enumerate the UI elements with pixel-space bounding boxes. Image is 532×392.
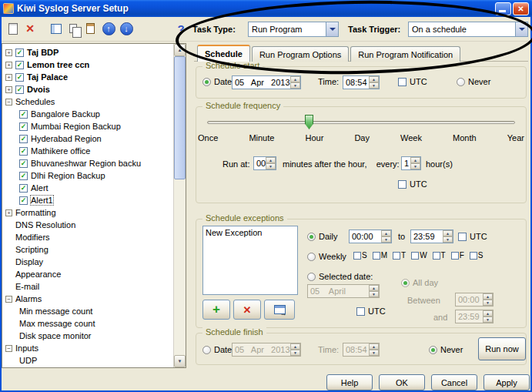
start-utc-checkbox[interactable] bbox=[398, 78, 407, 86]
between-to-field[interactable]: 23:59 ▲▼ bbox=[455, 310, 494, 323]
run-now-button[interactable]: Run now bbox=[478, 337, 526, 360]
finish-date-spinner[interactable]: ▲▼ bbox=[290, 343, 300, 356]
spin-down-icon[interactable]: ▼ bbox=[266, 163, 276, 169]
weekday-option[interactable]: S bbox=[353, 251, 367, 260]
expand-icon[interactable]: + bbox=[5, 74, 12, 81]
spin-down-icon[interactable]: ▼ bbox=[290, 350, 300, 356]
spin-up-icon[interactable]: ▲ bbox=[483, 310, 493, 317]
tree-item[interactable]: ✓Bangalore Backup bbox=[2, 108, 173, 120]
tree-item-checkbox[interactable]: ✓ bbox=[19, 172, 28, 180]
start-time-spinner[interactable]: ▲▼ bbox=[369, 76, 379, 89]
task-type-dropdown[interactable]: Run Program bbox=[248, 22, 339, 37]
move-up-button[interactable]: ↑ bbox=[100, 20, 117, 37]
tree-item-checkbox[interactable]: ✓ bbox=[15, 73, 24, 82]
apply-button[interactable]: Apply bbox=[483, 374, 530, 390]
tree-item[interactable]: ✓Mumbai Region Backup bbox=[2, 120, 173, 132]
tree-item[interactable]: +✓Lemon tree ccn bbox=[2, 59, 173, 71]
tree-item[interactable]: +Formatting bbox=[2, 206, 173, 219]
finish-time-spinner[interactable]: ▲▼ bbox=[369, 343, 379, 356]
tree-item[interactable]: +✓Taj BDP bbox=[2, 46, 173, 59]
spin-up-icon[interactable]: ▲ bbox=[369, 76, 379, 82]
tree-item[interactable]: Appearance bbox=[2, 268, 173, 280]
every-spinner[interactable]: ▲▼ bbox=[410, 157, 420, 169]
daily-from-field[interactable]: 00:00 ▲▼ bbox=[349, 230, 392, 243]
weekday-checkbox[interactable] bbox=[451, 252, 459, 260]
spin-down-icon[interactable]: ▼ bbox=[369, 82, 379, 89]
tree-item-checkbox[interactable]: ✓ bbox=[19, 147, 28, 156]
tree-item[interactable]: Display bbox=[2, 256, 173, 268]
daily-to-spinner[interactable]: ▲▼ bbox=[443, 230, 453, 243]
tree-item-checkbox[interactable]: ✓ bbox=[15, 49, 24, 57]
weekday-checkbox[interactable] bbox=[393, 252, 400, 260]
tree-item-checkbox[interactable]: ✓ bbox=[19, 135, 28, 143]
spin-down-icon[interactable]: ▼ bbox=[483, 300, 493, 306]
finish-never-radio[interactable] bbox=[429, 346, 437, 354]
start-date-spinner[interactable]: ▲▼ bbox=[290, 76, 300, 89]
between-from-spinner[interactable]: ▲▼ bbox=[483, 293, 493, 306]
daily-utc-option[interactable]: UTC bbox=[458, 232, 487, 241]
add-exception-button[interactable]: + bbox=[202, 300, 230, 320]
delete-exception-button[interactable]: ✕ bbox=[233, 300, 261, 320]
tree-item[interactable]: −Schedules bbox=[2, 95, 173, 108]
collapse-icon[interactable]: − bbox=[5, 99, 12, 106]
every-value[interactable]: 1 bbox=[402, 157, 410, 169]
run-at-spinner[interactable]: ▲▼ bbox=[266, 157, 276, 169]
between-from-field[interactable]: 00:00 ▲▼ bbox=[455, 293, 494, 307]
tree-item-checkbox[interactable]: ✓ bbox=[19, 159, 28, 168]
tree-item[interactable]: ✓Alert1 bbox=[2, 194, 173, 206]
tab-schedule[interactable]: Schedule bbox=[197, 45, 250, 62]
selected-date-field[interactable]: 05 April ▲▼ bbox=[307, 284, 380, 298]
tree-item-checkbox[interactable]: ✓ bbox=[15, 61, 24, 69]
start-date-value[interactable]: 05 Apr 2013 bbox=[233, 76, 290, 89]
frequency-utc-checkbox[interactable] bbox=[398, 180, 407, 189]
frequency-slider-track[interactable] bbox=[207, 121, 515, 124]
weekly-option[interactable]: Weekly bbox=[307, 252, 346, 261]
tree-item[interactable]: DNS Resolution bbox=[2, 219, 173, 231]
help-toolbar-button[interactable]: ? bbox=[172, 20, 189, 37]
finish-never-option[interactable]: Never bbox=[429, 345, 463, 354]
weekday-checkbox[interactable] bbox=[411, 252, 419, 260]
tree-item-checkbox[interactable]: ✓ bbox=[19, 110, 28, 119]
daily-to-field[interactable]: 23:59 ▲▼ bbox=[410, 230, 453, 243]
tree-item[interactable]: UDP bbox=[2, 354, 173, 367]
tree-scrollbar[interactable]: ▲ ▼ bbox=[173, 44, 186, 367]
weekday-checkbox[interactable] bbox=[470, 252, 477, 260]
collapse-icon[interactable]: − bbox=[5, 345, 12, 352]
tree-item[interactable]: +✓Dvois bbox=[2, 83, 173, 95]
start-time-value[interactable]: 08:54 bbox=[343, 76, 369, 89]
expand-icon[interactable]: + bbox=[5, 49, 12, 56]
spin-up-icon[interactable]: ▲ bbox=[443, 230, 453, 236]
expand-icon[interactable]: + bbox=[5, 209, 12, 216]
ok-button[interactable]: OK bbox=[379, 374, 425, 390]
run-at-value[interactable]: 00 bbox=[254, 157, 266, 169]
expand-icon[interactable]: + bbox=[5, 86, 12, 93]
start-date-radio[interactable] bbox=[202, 78, 211, 86]
selected-date-radio[interactable] bbox=[307, 273, 316, 281]
weekday-option[interactable]: S bbox=[470, 251, 483, 260]
spin-down-icon[interactable]: ▼ bbox=[369, 350, 379, 356]
move-down-button[interactable]: ↓ bbox=[118, 20, 135, 37]
tree-item-checkbox[interactable]: ✓ bbox=[15, 85, 24, 94]
between-to-spinner[interactable]: ▲▼ bbox=[483, 310, 493, 323]
tree-item-checkbox[interactable]: ✓ bbox=[19, 122, 28, 131]
frequency-utc-option[interactable]: UTC bbox=[398, 179, 427, 189]
task-trigger-dropdown[interactable]: On a schedule bbox=[408, 22, 528, 37]
all-day-radio[interactable] bbox=[401, 279, 410, 287]
daily-from-spinner[interactable]: ▲▼ bbox=[381, 230, 391, 243]
tree-item[interactable]: Disk space monitor bbox=[2, 330, 173, 342]
exception-list-item[interactable]: New Exception bbox=[203, 226, 297, 237]
weekday-checkbox[interactable] bbox=[353, 252, 361, 260]
start-never-option[interactable]: Never bbox=[457, 77, 490, 86]
scroll-up-button[interactable]: ▲ bbox=[174, 44, 186, 56]
spin-up-icon[interactable]: ▲ bbox=[369, 285, 379, 291]
finish-date-field[interactable]: 05 Apr 2013 ▲▼ bbox=[232, 343, 301, 357]
selected-date-spinner[interactable]: ▲▼ bbox=[369, 285, 379, 297]
exceptions-list[interactable]: New Exception bbox=[202, 226, 298, 295]
spin-up-icon[interactable]: ▲ bbox=[381, 230, 391, 236]
weekday-option[interactable]: W bbox=[411, 251, 427, 260]
spin-up-icon[interactable]: ▲ bbox=[410, 157, 420, 163]
tree-item[interactable]: ✓Bhuvaneshwar Region backu bbox=[2, 157, 173, 169]
daily-option[interactable]: Daily bbox=[307, 232, 337, 241]
scrollbar-thumb[interactable] bbox=[174, 56, 186, 179]
paste-button[interactable] bbox=[82, 20, 99, 37]
